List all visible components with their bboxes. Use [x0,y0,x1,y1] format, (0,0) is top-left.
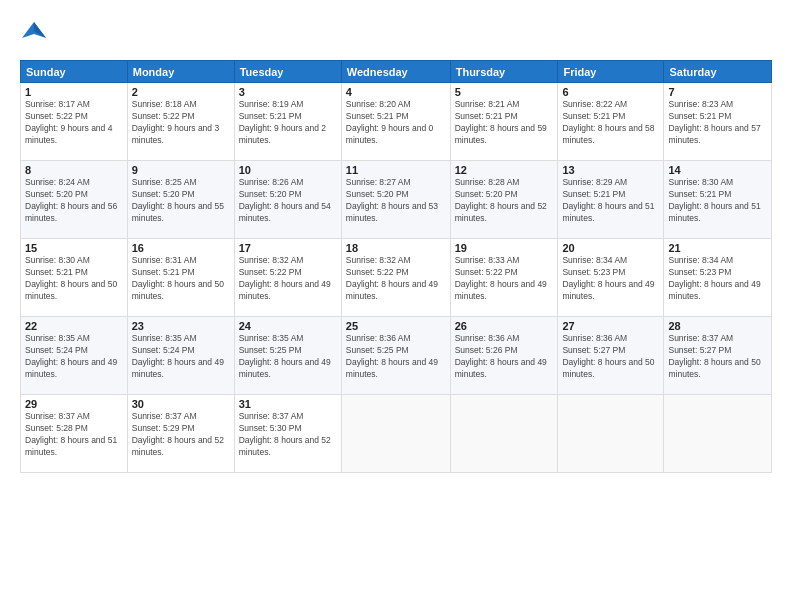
sunrise-label: Sunrise: 8:30 AM [25,255,90,265]
header [20,16,772,50]
day-number: 17 [239,242,337,254]
table-row: 3Sunrise: 8:19 AMSunset: 5:21 PMDaylight… [234,83,341,161]
sunset-label: Sunset: 5:28 PM [25,423,88,433]
table-row: 17Sunrise: 8:32 AMSunset: 5:22 PMDayligh… [234,239,341,317]
table-row: 1Sunrise: 8:17 AMSunset: 5:22 PMDaylight… [21,83,128,161]
table-row: 24Sunrise: 8:35 AMSunset: 5:25 PMDayligh… [234,317,341,395]
sunrise-label: Sunrise: 8:33 AM [455,255,520,265]
sunset-label: Sunset: 5:29 PM [132,423,195,433]
daylight-label: Daylight: 8 hours and 50 minutes. [25,279,117,301]
day-number: 9 [132,164,230,176]
sunset-label: Sunset: 5:26 PM [455,345,518,355]
day-info: Sunrise: 8:37 AMSunset: 5:30 PMDaylight:… [239,411,337,459]
sunset-label: Sunset: 5:21 PM [239,111,302,121]
daylight-label: Daylight: 8 hours and 59 minutes. [455,123,547,145]
table-row: 30Sunrise: 8:37 AMSunset: 5:29 PMDayligh… [127,395,234,473]
day-info: Sunrise: 8:17 AMSunset: 5:22 PMDaylight:… [25,99,123,147]
col-wednesday: Wednesday [341,61,450,83]
day-number: 15 [25,242,123,254]
sunset-label: Sunset: 5:22 PM [346,267,409,277]
daylight-label: Daylight: 8 hours and 49 minutes. [668,279,760,301]
day-info: Sunrise: 8:30 AMSunset: 5:21 PMDaylight:… [25,255,123,303]
calendar-table: Sunday Monday Tuesday Wednesday Thursday… [20,60,772,473]
day-number: 25 [346,320,446,332]
day-number: 20 [562,242,659,254]
sunrise-label: Sunrise: 8:35 AM [132,333,197,343]
sunrise-label: Sunrise: 8:28 AM [455,177,520,187]
table-row: 10Sunrise: 8:26 AMSunset: 5:20 PMDayligh… [234,161,341,239]
sunset-label: Sunset: 5:22 PM [132,111,195,121]
calendar-week-row: 1Sunrise: 8:17 AMSunset: 5:22 PMDaylight… [21,83,772,161]
sunset-label: Sunset: 5:20 PM [239,189,302,199]
table-row [664,395,772,473]
day-number: 18 [346,242,446,254]
table-row: 29Sunrise: 8:37 AMSunset: 5:28 PMDayligh… [21,395,128,473]
day-info: Sunrise: 8:33 AMSunset: 5:22 PMDaylight:… [455,255,554,303]
daylight-label: Daylight: 8 hours and 57 minutes. [668,123,760,145]
day-number: 31 [239,398,337,410]
daylight-label: Daylight: 8 hours and 52 minutes. [239,435,331,457]
day-info: Sunrise: 8:32 AMSunset: 5:22 PMDaylight:… [346,255,446,303]
day-info: Sunrise: 8:36 AMSunset: 5:26 PMDaylight:… [455,333,554,381]
sunrise-label: Sunrise: 8:20 AM [346,99,411,109]
day-info: Sunrise: 8:37 AMSunset: 5:27 PMDaylight:… [668,333,767,381]
daylight-label: Daylight: 8 hours and 58 minutes. [562,123,654,145]
table-row: 4Sunrise: 8:20 AMSunset: 5:21 PMDaylight… [341,83,450,161]
sunrise-label: Sunrise: 8:37 AM [25,411,90,421]
sunrise-label: Sunrise: 8:18 AM [132,99,197,109]
daylight-label: Daylight: 8 hours and 49 minutes. [562,279,654,301]
day-number: 23 [132,320,230,332]
table-row: 21Sunrise: 8:34 AMSunset: 5:23 PMDayligh… [664,239,772,317]
sunset-label: Sunset: 5:21 PM [668,111,731,121]
col-thursday: Thursday [450,61,558,83]
sunset-label: Sunset: 5:25 PM [239,345,302,355]
table-row [450,395,558,473]
sunrise-label: Sunrise: 8:30 AM [668,177,733,187]
sunrise-label: Sunrise: 8:32 AM [239,255,304,265]
daylight-label: Daylight: 8 hours and 49 minutes. [239,357,331,379]
sunrise-label: Sunrise: 8:22 AM [562,99,627,109]
daylight-label: Daylight: 8 hours and 49 minutes. [455,279,547,301]
calendar-week-row: 15Sunrise: 8:30 AMSunset: 5:21 PMDayligh… [21,239,772,317]
day-info: Sunrise: 8:19 AMSunset: 5:21 PMDaylight:… [239,99,337,147]
day-info: Sunrise: 8:20 AMSunset: 5:21 PMDaylight:… [346,99,446,147]
sunset-label: Sunset: 5:21 PM [562,189,625,199]
col-monday: Monday [127,61,234,83]
sunset-label: Sunset: 5:21 PM [562,111,625,121]
sunset-label: Sunset: 5:24 PM [132,345,195,355]
calendar-week-row: 8Sunrise: 8:24 AMSunset: 5:20 PMDaylight… [21,161,772,239]
daylight-label: Daylight: 8 hours and 49 minutes. [346,357,438,379]
logo-bird-icon [20,18,48,50]
day-number: 19 [455,242,554,254]
logo [20,16,51,50]
day-info: Sunrise: 8:35 AMSunset: 5:25 PMDaylight:… [239,333,337,381]
sunrise-label: Sunrise: 8:32 AM [346,255,411,265]
table-row: 18Sunrise: 8:32 AMSunset: 5:22 PMDayligh… [341,239,450,317]
day-info: Sunrise: 8:23 AMSunset: 5:21 PMDaylight:… [668,99,767,147]
day-info: Sunrise: 8:24 AMSunset: 5:20 PMDaylight:… [25,177,123,225]
daylight-label: Daylight: 8 hours and 55 minutes. [132,201,224,223]
day-info: Sunrise: 8:36 AMSunset: 5:27 PMDaylight:… [562,333,659,381]
day-number: 4 [346,86,446,98]
day-info: Sunrise: 8:36 AMSunset: 5:25 PMDaylight:… [346,333,446,381]
day-number: 22 [25,320,123,332]
sunset-label: Sunset: 5:21 PM [455,111,518,121]
sunset-label: Sunset: 5:22 PM [239,267,302,277]
table-row [558,395,664,473]
daylight-label: Daylight: 9 hours and 0 minutes. [346,123,433,145]
table-row: 26Sunrise: 8:36 AMSunset: 5:26 PMDayligh… [450,317,558,395]
day-info: Sunrise: 8:30 AMSunset: 5:21 PMDaylight:… [668,177,767,225]
daylight-label: Daylight: 8 hours and 49 minutes. [346,279,438,301]
col-saturday: Saturday [664,61,772,83]
table-row: 19Sunrise: 8:33 AMSunset: 5:22 PMDayligh… [450,239,558,317]
sunrise-label: Sunrise: 8:29 AM [562,177,627,187]
sunset-label: Sunset: 5:24 PM [25,345,88,355]
sunset-label: Sunset: 5:27 PM [562,345,625,355]
sunset-label: Sunset: 5:22 PM [25,111,88,121]
day-info: Sunrise: 8:21 AMSunset: 5:21 PMDaylight:… [455,99,554,147]
day-info: Sunrise: 8:35 AMSunset: 5:24 PMDaylight:… [132,333,230,381]
col-sunday: Sunday [21,61,128,83]
calendar-header-row: Sunday Monday Tuesday Wednesday Thursday… [21,61,772,83]
sunset-label: Sunset: 5:21 PM [132,267,195,277]
sunrise-label: Sunrise: 8:27 AM [346,177,411,187]
